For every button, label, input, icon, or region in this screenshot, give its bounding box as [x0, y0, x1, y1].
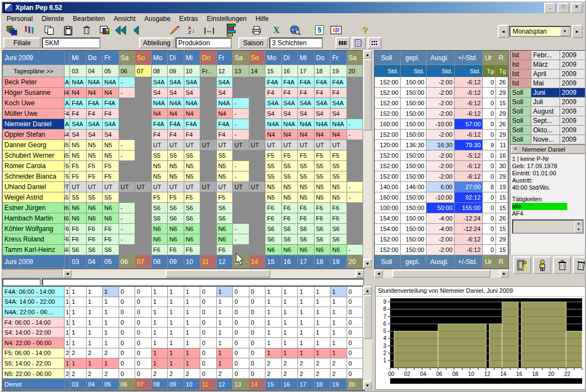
shift-cell[interactable]: F5	[168, 192, 184, 203]
month-row-Juli[interactable]: SollJuli2009	[510, 98, 585, 107]
shift-cell[interactable]: F5	[265, 151, 282, 161]
shift-cell[interactable]	[347, 203, 364, 213]
shift-cell[interactable]: F5	[87, 171, 103, 182]
shift-cell[interactable]: S6	[184, 203, 201, 213]
shift-cell[interactable]: S6	[298, 234, 315, 245]
summary-value[interactable]: 11	[496, 140, 508, 151]
summary-value[interactable]: -5:12	[455, 151, 483, 161]
month-row-August[interactable]: SollAugust2009	[510, 107, 585, 116]
day-header-16[interactable]: Di	[282, 51, 299, 65]
close-button[interactable]: ×	[571, 3, 583, 13]
shift-cell[interactable]	[200, 192, 217, 203]
print-icon[interactable]	[251, 25, 263, 36]
dienst-count-cell[interactable]: 0	[200, 318, 217, 328]
shift-cell[interactable]: N4	[184, 109, 201, 119]
summary-value[interactable]: 6:00	[427, 182, 455, 192]
shift-cell[interactable]: S5	[265, 161, 282, 171]
summary-value[interactable]: 50:00	[427, 203, 455, 213]
summary-value[interactable]: 150:00	[401, 77, 427, 88]
summary-value[interactable]: 154:00	[375, 224, 401, 234]
summary-value[interactable]: 150:00	[401, 192, 427, 203]
shift-cell[interactable]: S6	[265, 224, 282, 234]
day-footer-05[interactable]: 05	[103, 255, 119, 269]
shift-cell[interactable]: UT	[249, 140, 266, 151]
summary-value[interactable]: 100:00	[375, 203, 401, 213]
shift-cell[interactable]: F4A	[87, 98, 103, 109]
shift-cell[interactable]: S4A	[103, 119, 119, 130]
summary-value[interactable]: 26	[496, 119, 508, 130]
summary-value[interactable]: 160:00	[375, 119, 401, 130]
shift-cell[interactable]: F6	[168, 245, 184, 255]
shift-cell[interactable]: S5	[331, 161, 347, 171]
shift-cell[interactable]: N5	[282, 182, 299, 192]
summary-value[interactable]: 154:00	[375, 213, 401, 224]
shift-cell[interactable]: UT	[135, 182, 152, 192]
tagesplan-cell-17[interactable]: 17	[298, 65, 315, 77]
day-footer-14[interactable]: 14	[249, 255, 266, 269]
shift-cell-partial[interactable]: F4	[65, 109, 70, 119]
day-header-20[interactable]: Sa	[347, 51, 364, 65]
plan-layers-icon[interactable]	[6, 25, 18, 36]
shift-cell[interactable]: F4	[217, 130, 233, 140]
dienst-day-footer-13[interactable]: 13	[233, 379, 249, 390]
summary-value[interactable]: -4:00	[427, 213, 455, 224]
dienst-count-cell[interactable]: 1	[87, 358, 103, 369]
summary-value[interactable]: -2:00	[427, 234, 455, 245]
shift-cell[interactable]: N5	[152, 161, 168, 171]
dienst-count-cell[interactable]: 1	[282, 307, 299, 318]
day-footer-17[interactable]: 17	[298, 255, 315, 269]
shift-cell-partial[interactable]: N6	[65, 203, 70, 213]
dienst-day-footer-09[interactable]: 09	[168, 379, 184, 390]
shift-cell-partial[interactable]: N5	[65, 151, 70, 161]
shift-cell[interactable]: N4A	[315, 119, 331, 130]
employee-name-cell[interactable]: Beck Peter	[3, 77, 65, 88]
day-footer-10[interactable]: 10	[184, 255, 201, 269]
shift-cell[interactable]: S6	[152, 203, 168, 213]
shift-cell[interactable]: N5	[265, 182, 282, 192]
shift-cell[interactable]: S4	[103, 130, 119, 140]
shift-cell[interactable]: S6	[265, 234, 282, 245]
shift-cell[interactable]	[249, 213, 266, 224]
employee-name-cell[interactable]: Koch Uwe	[3, 98, 65, 109]
dienst-count-cell[interactable]: 2	[103, 348, 119, 359]
title-bar[interactable]: Xplan Pep 6.52 _ □ ×	[2, 2, 584, 13]
shift-cell[interactable]	[119, 192, 136, 203]
dienst-count-cell[interactable]: 1	[217, 327, 233, 338]
day-footer-11[interactable]: 11	[200, 255, 217, 269]
menu-item-einstellungen[interactable]: Einstellungen	[203, 14, 251, 23]
dienst-count-cell[interactable]: 0	[249, 358, 266, 369]
shift-cell[interactable]	[233, 151, 249, 161]
shift-cell[interactable]	[233, 203, 249, 213]
dienst-count-cell[interactable]: 0	[347, 297, 364, 308]
dienst-count-cell[interactable]: 2	[315, 358, 331, 369]
summary-value[interactable]: 0	[483, 224, 496, 234]
shift-cell[interactable]: F5	[282, 151, 299, 161]
shift-cell[interactable]: F4	[331, 88, 347, 98]
dienst-count-cell[interactable]: 1	[152, 348, 168, 359]
dienst-count-cell[interactable]: 1	[103, 318, 119, 328]
shift-cell[interactable]: S6	[152, 213, 168, 224]
shift-cell[interactable]: UT	[152, 182, 168, 192]
shift-cell[interactable]: F5	[184, 192, 201, 203]
summary-value[interactable]: 16	[496, 151, 508, 161]
search-globe-icon[interactable]	[289, 25, 301, 36]
summary-value[interactable]: 0	[483, 245, 496, 255]
dienst-count-cell[interactable]: 0	[249, 348, 266, 359]
summary-value[interactable]: 150:00	[401, 109, 427, 119]
dienst-count-cell[interactable]: 1	[87, 297, 103, 308]
dienst-count-cell[interactable]: 0	[135, 287, 152, 297]
summary-value[interactable]: 152:00	[375, 98, 401, 109]
menu-item-personal[interactable]: Personal	[2, 14, 37, 23]
summary-value[interactable]: 150:00	[401, 171, 427, 182]
employee-name-cell[interactable]: Niemeier Daniel	[3, 119, 65, 130]
summary-value[interactable]: 150:00	[401, 224, 427, 234]
dienst-count-cell[interactable]: 0	[135, 348, 152, 359]
shift-cell[interactable]: S6	[103, 245, 119, 255]
shift-cell[interactable]: F6	[217, 245, 233, 255]
summary-value[interactable]: -6:12	[455, 161, 483, 171]
summary-value[interactable]: 152:00	[375, 234, 401, 245]
shift-cell[interactable]: F4A	[265, 77, 282, 88]
shift-cell[interactable]: -	[233, 98, 249, 109]
shift-cell[interactable]: -	[119, 224, 136, 234]
summary-value[interactable]: -6:12	[455, 234, 483, 245]
